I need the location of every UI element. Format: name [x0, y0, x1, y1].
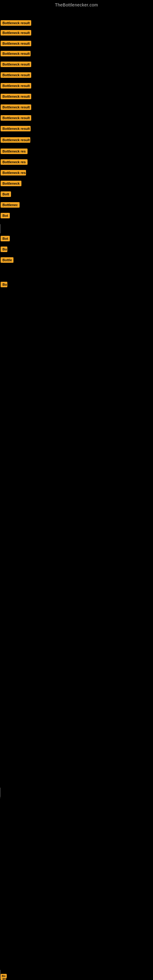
result-row: Bottleneck result — [0, 39, 153, 48]
bottleneck-badge: Bottleneck result — [1, 72, 31, 78]
result-row — [0, 334, 153, 344]
result-row: Bottleneck res — [0, 147, 153, 156]
bottleneck-badge: Bottlenec — [1, 202, 19, 208]
bottleneck-badge: Bot — [1, 213, 10, 218]
result-row — [0, 863, 153, 872]
result-row — [0, 291, 153, 301]
result-row — [0, 420, 153, 430]
result-row: Bo — [0, 245, 153, 254]
result-row — [0, 377, 153, 387]
bottleneck-badge: Bo — [1, 282, 7, 287]
vertical-line — [0, 224, 1, 233]
result-row: Bott — [0, 189, 153, 199]
result-row: Bottleneck res — [0, 168, 153, 177]
result-row: Bo — [0, 974, 153, 980]
result-row: Bottleneck result — [0, 70, 153, 80]
result-row — [0, 527, 153, 536]
result-row — [0, 624, 153, 633]
result-row — [0, 495, 153, 504]
result-row: Bottleneck result — [0, 135, 153, 145]
result-row — [0, 506, 153, 515]
result-row — [0, 324, 153, 333]
result-row: Bot — [0, 211, 153, 220]
result-row — [0, 635, 153, 644]
result-row — [0, 895, 153, 904]
small-vertical-line — [0, 788, 0, 799]
result-row — [0, 959, 153, 968]
result-row — [0, 409, 153, 418]
bottleneck-badge: Bott — [1, 191, 11, 197]
result-row — [0, 224, 153, 233]
bottleneck-badge: Bottleneck result — [1, 62, 31, 67]
result-row — [0, 645, 153, 654]
bottleneck-badge: Bottleneck res — [1, 159, 27, 165]
bottleneck-badge: Bottleneck — [1, 181, 21, 186]
result-row: Bottleneck — [0, 179, 153, 188]
result-row: Bottlenec — [0, 200, 153, 210]
result-row — [0, 463, 153, 472]
result-row: Bo — [0, 280, 153, 289]
result-row — [0, 938, 153, 947]
result-row: Bottleneck result — [0, 18, 153, 27]
result-row: Bottleneck result — [0, 124, 153, 133]
result-row — [0, 852, 153, 861]
result-row — [0, 916, 153, 926]
bottleneck-badge: Bottleneck result — [1, 115, 31, 121]
result-row — [0, 873, 153, 883]
result-row: Bottleneck result — [0, 81, 153, 90]
result-row — [0, 656, 153, 665]
result-row — [0, 474, 153, 483]
result-row — [0, 820, 153, 829]
result-row — [0, 560, 153, 569]
bottleneck-badge: Bottleneck result — [1, 126, 30, 131]
result-row — [0, 788, 153, 797]
result-row — [0, 302, 153, 312]
result-row — [0, 388, 153, 397]
result-row: Bottleneck result — [0, 92, 153, 101]
result-row — [0, 884, 153, 893]
result-row — [0, 269, 153, 278]
result-row — [0, 538, 153, 547]
bottleneck-badge: Bottleneck result — [1, 94, 31, 99]
result-row — [0, 948, 153, 958]
result-row — [0, 356, 153, 365]
small-vertical-line-2 — [0, 970, 0, 979]
result-row — [0, 581, 153, 590]
result-row — [0, 592, 153, 601]
bottleneck-badge: Bottleneck result — [1, 20, 31, 26]
result-row — [0, 431, 153, 440]
result-row — [0, 613, 153, 622]
result-row — [0, 367, 153, 376]
result-row — [0, 345, 153, 354]
result-row — [0, 485, 153, 494]
result-row — [0, 602, 153, 612]
result-row — [0, 927, 153, 936]
result-row — [0, 799, 153, 808]
bottleneck-badge: Bottleneck res — [1, 170, 26, 175]
result-row: Bottleneck result — [0, 103, 153, 112]
bottleneck-badge: Bottleneck result — [1, 41, 31, 46]
result-row — [0, 399, 153, 408]
result-row: Bottleneck result — [0, 60, 153, 69]
result-row — [0, 830, 153, 840]
bottleneck-badge: Bottleneck result — [1, 30, 31, 35]
bottleneck-badge: Bottleneck result — [1, 105, 31, 110]
result-row — [0, 313, 153, 322]
result-row — [0, 452, 153, 461]
result-row — [0, 841, 153, 850]
result-row — [0, 905, 153, 915]
bottleneck-badge: Bo — [1, 247, 7, 252]
result-row: Bottleneck result — [0, 28, 153, 37]
result-row — [0, 517, 153, 526]
result-row — [0, 667, 153, 676]
result-row — [0, 570, 153, 579]
bottleneck-badge: Bottle — [1, 257, 13, 263]
bottleneck-badge: Bottleneck result — [1, 51, 30, 56]
bottleneck-badge: Bot — [1, 236, 10, 241]
bottleneck-badge: Bottleneck result — [1, 83, 31, 89]
site-title: TheBottlenecker.com — [0, 0, 153, 10]
result-row: Bottleneck res — [0, 158, 153, 167]
bottleneck-badge: Bottleneck res — [1, 148, 27, 154]
result-row: Bottleneck result — [0, 113, 153, 123]
bottleneck-badge: Bottleneck result — [1, 137, 30, 143]
